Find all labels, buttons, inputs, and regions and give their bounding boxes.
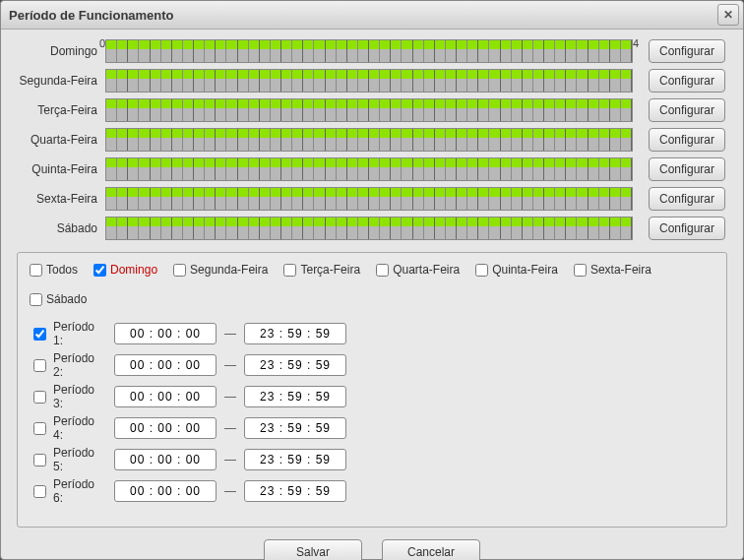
period-checkbox[interactable] (33, 454, 46, 467)
day-label: Domingo (17, 44, 105, 58)
period-row-1: Período 1: — (30, 320, 714, 347)
configure-button[interactable]: Configurar (649, 98, 725, 122)
cancel-button[interactable]: Cancelar (382, 539, 480, 560)
checkbox-terca[interactable] (283, 264, 296, 277)
schedule-row-sabado: Sábado Configurar (17, 217, 727, 240)
dialog-content: 0 2 4 6 8 10 12 14 16 18 20 22 24 Doming… (1, 30, 743, 560)
schedule-row-domingo: Domingo Configurar (17, 39, 727, 63)
schedule-bar[interactable] (105, 39, 633, 63)
day-label: Sexta-Feira (17, 192, 105, 206)
checkbox-label: Quinta-Feira (492, 263, 558, 277)
period-label: Período 3: (53, 383, 106, 410)
range-dash: — (224, 358, 236, 372)
schedule-row-quarta: Quarta-Feira Configurar (17, 128, 727, 152)
checkbox-label: Sábado (46, 292, 87, 306)
range-dash: — (224, 421, 236, 435)
period-start-input[interactable] (114, 417, 217, 439)
period-end-input[interactable] (244, 323, 346, 344)
check-quinta: Quinta-Feira (475, 263, 558, 277)
period-list: Período 1: — Período 2: — Período 3: — (30, 320, 714, 505)
checkbox-label: Sexta-Feira (590, 263, 651, 277)
checkbox-sabado[interactable] (30, 293, 42, 306)
period-start-input[interactable] (114, 354, 217, 376)
hour-grid (106, 129, 632, 151)
range-dash: — (224, 327, 236, 341)
configure-button[interactable]: Configurar (649, 128, 725, 152)
period-start-input[interactable] (114, 386, 217, 407)
dialog-title: Período de Funcionamento (9, 8, 174, 23)
schedule-bar[interactable] (105, 128, 633, 152)
period-end-input[interactable] (244, 417, 346, 439)
schedule-row-terca: Terça-Feira Configurar (17, 98, 727, 122)
checkbox-label: Segunda-Feira (190, 263, 268, 277)
period-row-5: Período 5: — (30, 446, 714, 473)
schedule-row-quinta: Quinta-Feira Configurar (17, 157, 727, 181)
check-segunda: Segunda-Feira (173, 263, 268, 277)
titlebar: Período de Funcionamento ✕ (1, 1, 743, 30)
check-sabado: Sábado (30, 292, 87, 306)
day-label: Quinta-Feira (17, 162, 105, 176)
checkbox-domingo[interactable] (93, 264, 106, 277)
range-dash: — (224, 484, 236, 498)
configure-button[interactable]: Configurar (649, 217, 725, 240)
schedule-bar[interactable] (105, 217, 633, 240)
schedule-bar[interactable] (105, 187, 633, 211)
hour-grid (106, 218, 632, 239)
period-start-input[interactable] (114, 449, 217, 470)
hour-grid (106, 99, 632, 121)
period-label: Período 5: (53, 446, 106, 473)
period-start-input[interactable] (114, 323, 217, 344)
check-terca: Terça-Feira (283, 263, 360, 277)
checkbox-segunda[interactable] (173, 264, 186, 277)
period-end-input[interactable] (244, 354, 346, 376)
period-row-3: Período 3: — (30, 383, 714, 410)
day-label: Quarta-Feira (17, 133, 105, 147)
configure-button[interactable]: Configurar (649, 187, 725, 211)
configure-button[interactable]: Configurar (649, 69, 725, 93)
check-todos: Todos (30, 263, 78, 277)
period-checkbox[interactable] (33, 328, 46, 341)
period-checkbox[interactable] (33, 422, 46, 435)
schedule-row-segunda: Segunda-Feira Configurar (17, 69, 727, 93)
day-checkboxes: Todos Domingo Segunda-Feira Terça-Feira … (30, 263, 714, 306)
checkbox-label: Todos (46, 263, 78, 277)
close-button[interactable]: ✕ (717, 4, 739, 26)
schedule-row-sexta: Sexta-Feira Configurar (17, 187, 727, 211)
period-label: Período 4: (53, 414, 106, 442)
dialog-window: Período de Funcionamento ✕ 0 2 4 6 8 10 … (0, 0, 744, 560)
period-start-input[interactable] (114, 480, 217, 502)
range-dash: — (224, 453, 236, 467)
period-checkbox[interactable] (33, 359, 46, 372)
checkbox-label: Terça-Feira (300, 263, 360, 277)
checkbox-sexta[interactable] (574, 264, 587, 277)
checkbox-label: Domingo (110, 263, 157, 277)
day-label: Sábado (17, 221, 105, 235)
day-label: Terça-Feira (17, 103, 105, 117)
period-end-input[interactable] (244, 449, 346, 470)
period-end-input[interactable] (244, 386, 346, 407)
hour-grid (106, 70, 632, 92)
period-end-input[interactable] (244, 480, 346, 502)
schedule-bar[interactable] (105, 98, 633, 122)
schedule-chart: 0 2 4 6 8 10 12 14 16 18 20 22 24 Doming… (17, 37, 727, 240)
configure-button[interactable]: Configurar (649, 157, 725, 181)
check-quarta: Quarta-Feira (376, 263, 460, 277)
period-checkbox[interactable] (33, 391, 46, 404)
schedule-bar[interactable] (105, 69, 633, 93)
check-sexta: Sexta-Feira (574, 263, 651, 277)
schedule-bar[interactable] (105, 157, 633, 181)
checkbox-label: Quarta-Feira (393, 263, 460, 277)
checkbox-quarta[interactable] (376, 264, 389, 277)
save-button[interactable]: Salvar (264, 539, 362, 560)
hour-grid (106, 188, 632, 210)
checkbox-quinta[interactable] (475, 264, 488, 277)
dialog-footer: Salvar Cancelar (17, 539, 727, 560)
configure-button[interactable]: Configurar (649, 39, 725, 63)
day-label: Segunda-Feira (17, 74, 105, 88)
period-row-2: Período 2: — (30, 351, 714, 379)
checkbox-todos[interactable] (30, 264, 42, 277)
period-checkbox[interactable] (33, 485, 46, 498)
hour-grid (106, 158, 632, 180)
config-panel: Todos Domingo Segunda-Feira Terça-Feira … (17, 252, 727, 528)
period-label: Período 1: (53, 320, 106, 347)
